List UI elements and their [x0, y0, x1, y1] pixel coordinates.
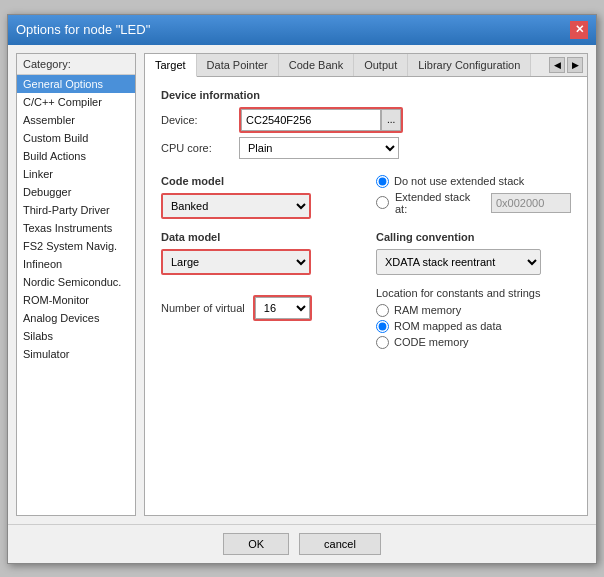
sidebar-item-simulator[interactable]: Simulator [17, 345, 135, 363]
rom-mapped-row: ROM mapped as data [376, 320, 571, 333]
location-title: Location for constants and strings [376, 287, 571, 299]
device-input[interactable] [241, 109, 381, 131]
dialog-body: Category: General Options C/C++ Compiler… [8, 45, 596, 524]
ok-button[interactable]: OK [223, 533, 289, 555]
num-virtual-select-wrapper: 16 [253, 295, 312, 321]
dialog-footer: OK cancel [8, 524, 596, 563]
code-memory-radio[interactable] [376, 336, 389, 349]
sidebar-item-nordic[interactable]: Nordic Semiconduc. [17, 273, 135, 291]
cpu-core-select[interactable]: Plain [239, 137, 399, 159]
sidebar-item-texas-instruments[interactable]: Texas Instruments [17, 219, 135, 237]
data-model-col: Data model Large [161, 231, 356, 275]
stack-radio-group: Do not use extended stack Extended stack… [376, 175, 571, 215]
code-model-section: Code model Banked Do not use extended st… [161, 175, 571, 219]
main-panel: Target Data Pointer Code Bank Output Lib… [144, 53, 588, 516]
no-extended-stack-row: Do not use extended stack [376, 175, 571, 188]
sidebar-item-debugger[interactable]: Debugger [17, 183, 135, 201]
device-input-wrapper: ... [239, 107, 403, 133]
num-virtual-select[interactable]: 16 [255, 297, 310, 319]
device-info-title: Device information [161, 89, 571, 101]
category-label: Category: [17, 54, 135, 75]
extended-stack-row: Extended stack at: [376, 191, 571, 215]
code-model-col: Code model Banked [161, 175, 356, 219]
tab-library-config[interactable]: Library Configuration [408, 54, 531, 76]
ram-memory-label: RAM memory [394, 304, 461, 316]
extended-stack-input[interactable] [491, 193, 571, 213]
sidebar-item-analog[interactable]: Analog Devices [17, 309, 135, 327]
tab-output[interactable]: Output [354, 54, 408, 76]
sidebar-item-custom-build[interactable]: Custom Build [17, 129, 135, 147]
code-model-title: Code model [161, 175, 356, 187]
tab-arrows: ◀ ▶ [545, 55, 587, 75]
extended-stack-label: Extended stack at: [395, 191, 485, 215]
sidebar-item-general-options[interactable]: General Options [17, 75, 135, 93]
code-model-select[interactable]: Banked [161, 193, 311, 219]
device-label: Device: [161, 114, 231, 126]
code-memory-label: CODE memory [394, 336, 469, 348]
device-info-section: Device information Device: ... CPU core:… [161, 89, 571, 163]
cancel-button[interactable]: cancel [299, 533, 381, 555]
tab-data-pointer[interactable]: Data Pointer [197, 54, 279, 76]
rom-mapped-radio[interactable] [376, 320, 389, 333]
sidebar-item-linker[interactable]: Linker [17, 165, 135, 183]
data-model-select[interactable]: Large [161, 249, 311, 275]
title-bar: Options for node "LED" ✕ [8, 15, 596, 45]
sidebar-item-assembler[interactable]: Assembler [17, 111, 135, 129]
sidebar: Category: General Options C/C++ Compiler… [16, 53, 136, 516]
sidebar-item-silabs[interactable]: Silabs [17, 327, 135, 345]
calling-convention-col: Calling convention XDATA stack reentrant [376, 231, 571, 275]
calling-convention-select[interactable]: XDATA stack reentrant [376, 249, 541, 275]
sidebar-item-infineon[interactable]: Infineon [17, 255, 135, 273]
code-memory-row: CODE memory [376, 336, 571, 349]
num-virtual-row: Number of virtual 16 [161, 295, 356, 321]
device-browse-button[interactable]: ... [381, 109, 401, 131]
calling-convention-title: Calling convention [376, 231, 571, 243]
tab-next-arrow[interactable]: ▶ [567, 57, 583, 73]
sidebar-item-compiler[interactable]: C/C++ Compiler [17, 93, 135, 111]
location-col: Location for constants and strings RAM m… [376, 287, 571, 349]
num-virtual-label: Number of virtual [161, 302, 245, 314]
data-model-section: Data model Large Calling convention XDAT… [161, 231, 571, 275]
tab-code-bank[interactable]: Code Bank [279, 54, 354, 76]
cpu-core-label: CPU core: [161, 142, 231, 154]
tab-content: Device information Device: ... CPU core:… [145, 77, 587, 515]
sidebar-item-build-actions[interactable]: Build Actions [17, 147, 135, 165]
num-virtual-col: Number of virtual 16 [161, 287, 356, 349]
tabs: Target Data Pointer Code Bank Output Lib… [145, 54, 587, 77]
sidebar-item-fs2[interactable]: FS2 System Navig. [17, 237, 135, 255]
ram-memory-row: RAM memory [376, 304, 571, 317]
dialog: Options for node "LED" ✕ Category: Gener… [7, 14, 597, 564]
cpu-core-row: CPU core: Plain [161, 137, 571, 159]
close-button[interactable]: ✕ [570, 21, 588, 39]
data-model-title: Data model [161, 231, 356, 243]
stack-col: Do not use extended stack Extended stack… [376, 175, 571, 219]
extended-stack-radio[interactable] [376, 196, 389, 209]
virtual-location-section: Number of virtual 16 Location for consta… [161, 287, 571, 349]
tab-target[interactable]: Target [145, 54, 197, 77]
no-extended-stack-label: Do not use extended stack [394, 175, 524, 187]
sidebar-item-third-party-driver[interactable]: Third-Party Driver [17, 201, 135, 219]
device-row: Device: ... [161, 107, 571, 133]
tab-prev-arrow[interactable]: ◀ [549, 57, 565, 73]
no-extended-stack-radio[interactable] [376, 175, 389, 188]
rom-mapped-label: ROM mapped as data [394, 320, 502, 332]
ram-memory-radio[interactable] [376, 304, 389, 317]
sidebar-item-rom-monitor[interactable]: ROM-Monitor [17, 291, 135, 309]
dialog-title: Options for node "LED" [16, 22, 150, 37]
